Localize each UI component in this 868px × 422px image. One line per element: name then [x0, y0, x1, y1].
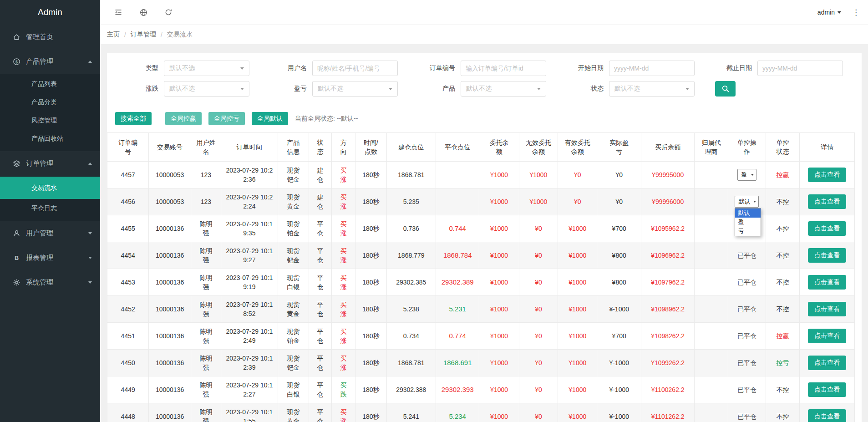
- control-select[interactable]: 盈: [737, 169, 756, 181]
- filter-label-end-date: 截止日期: [700, 64, 757, 72]
- detail-cell: 点击查看: [800, 376, 855, 403]
- sidebar-item-report[interactable]: B报表管理: [0, 245, 100, 270]
- sidebar-item-system[interactable]: 系统管理: [0, 270, 100, 295]
- menu-fold-icon[interactable]: [114, 8, 123, 17]
- detail-button[interactable]: 点击查看: [808, 275, 846, 290]
- open-point-cell: 29302.388: [386, 376, 436, 403]
- global-win-button[interactable]: 全局控赢: [165, 112, 202, 125]
- status-cell: 平仓: [309, 323, 331, 350]
- chevron-down-icon: [240, 88, 244, 90]
- control-status-cell: 控赢: [766, 162, 800, 188]
- agent-cell: [695, 269, 728, 296]
- detail-cell: 点击查看: [800, 215, 855, 242]
- filter-input-username[interactable]: [312, 61, 398, 76]
- refresh-icon[interactable]: [164, 8, 173, 16]
- layers-icon: [12, 159, 20, 168]
- select-option[interactable]: 默认: [735, 208, 761, 218]
- filter-field-type: 类型默认不选: [107, 61, 255, 76]
- detail-button[interactable]: 点击查看: [808, 382, 846, 397]
- sidebar-item-risk-control[interactable]: 风控管理: [0, 111, 100, 129]
- profit-cell: ¥-1000: [597, 403, 641, 422]
- filter-select-type[interactable]: 默认不选: [164, 61, 249, 76]
- more-menu-icon[interactable]: ⋮: [850, 8, 862, 17]
- filter-field-start-date: 开始日期: [552, 61, 700, 76]
- filter-input-end-date[interactable]: [757, 61, 843, 76]
- chevron-down-icon: [838, 11, 841, 14]
- after-balance-cell: ¥1098262.2: [641, 323, 695, 350]
- filter-select-status[interactable]: 默认不选: [609, 81, 695, 97]
- sidebar-item-order[interactable]: 订单管理: [0, 151, 100, 176]
- column-header-agent: 归属代 理商: [695, 133, 728, 162]
- status-cell: 平仓: [309, 403, 331, 422]
- detail-button[interactable]: 点击查看: [808, 409, 846, 422]
- valid-entrust-cell: ¥0: [558, 162, 597, 188]
- select-option[interactable]: 盈: [735, 218, 761, 227]
- language-globe-icon[interactable]: [139, 8, 148, 17]
- chevron-down-icon: [753, 201, 756, 203]
- detail-button[interactable]: 点击查看: [808, 302, 846, 316]
- global-lose-button[interactable]: 全局控亏: [208, 112, 245, 125]
- filter-form: 类型默认不选用户名订单编号开始日期截止日期涨跌默认不选盈亏默认不选产品默认不选状…: [107, 61, 862, 97]
- report-icon: B: [12, 254, 20, 262]
- table-row: 4457100000531232023-07-29 10:22:36现货钯金建仓…: [107, 162, 855, 188]
- detail-cell: 点击查看: [800, 296, 855, 323]
- chevron-down-icon: [88, 232, 92, 234]
- sidebar-item-trade-flow[interactable]: 交易流水: [0, 177, 100, 199]
- filter-select-profit-loss[interactable]: 默认不选: [312, 81, 398, 97]
- open-point-cell: 5.235: [386, 188, 436, 215]
- filter-label-type: 类型: [107, 64, 164, 72]
- sidebar-item-product-list[interactable]: 产品列表: [0, 75, 100, 93]
- filter-field-order-no: 订单编号: [404, 61, 552, 76]
- column-header-after-balance: 买后余额: [641, 133, 695, 162]
- detail-button[interactable]: 点击查看: [808, 356, 846, 370]
- filter-input-order-no[interactable]: [461, 61, 546, 76]
- breadcrumb-order-management[interactable]: 订单管理: [131, 31, 156, 39]
- detail-button[interactable]: 点击查看: [808, 248, 846, 263]
- filter-field-product: 产品默认不选: [404, 81, 552, 97]
- detail-button[interactable]: 点击查看: [808, 329, 846, 343]
- closed-position-text: 已平仓: [737, 305, 756, 313]
- sidebar-item-product-category[interactable]: 产品分类: [0, 93, 100, 111]
- filter-input-start-date[interactable]: [609, 61, 695, 76]
- sidebar-item-product-recycle[interactable]: 产品回收站: [0, 129, 100, 147]
- open-point-cell: 5.238: [386, 296, 436, 323]
- valid-entrust-cell: ¥1000: [558, 269, 597, 296]
- closed-position-text: 已平仓: [737, 252, 756, 259]
- sidebar-item-home[interactable]: 管理首页: [0, 25, 100, 49]
- detail-button[interactable]: 点击查看: [808, 221, 846, 236]
- status-cell: 平仓: [309, 376, 331, 403]
- filter-select-updown[interactable]: 默认不选: [164, 81, 249, 97]
- username-cell: 陈明强: [191, 323, 221, 350]
- direction-cell: 买涨: [332, 215, 355, 242]
- control-select[interactable]: 默认: [735, 196, 759, 208]
- column-header-order-time: 订单时间: [221, 133, 278, 162]
- after-balance-cell: ¥1095962.2: [641, 215, 695, 242]
- column-header-control-op: 单控操 作: [728, 133, 766, 162]
- close-point-cell: [436, 162, 479, 188]
- status-cell: 平仓: [309, 242, 331, 269]
- chevron-down-icon: [88, 257, 92, 259]
- duration-cell: 180秒: [355, 350, 386, 376]
- detail-button[interactable]: 点击查看: [808, 194, 846, 209]
- after-balance-cell: ¥99996000: [641, 188, 695, 215]
- filter-select-product[interactable]: 默认不选: [461, 81, 546, 97]
- table-row: 445010000136陈明强2023-07-29 10:12:39现货钯金平仓…: [107, 350, 855, 376]
- search-button[interactable]: [715, 81, 736, 97]
- username-cell: 陈明强: [191, 269, 221, 296]
- global-default-button[interactable]: 全局默认: [252, 112, 288, 125]
- profit-cell: ¥-1000: [597, 376, 641, 403]
- search-all-button[interactable]: 搜索全部: [115, 112, 152, 125]
- select-option[interactable]: 亏: [735, 227, 761, 236]
- user-name: admin: [817, 9, 835, 16]
- detail-button[interactable]: 点击查看: [808, 168, 846, 182]
- filter-label-start-date: 开始日期: [552, 64, 609, 72]
- sidebar-item-close-log[interactable]: 平仓日志: [0, 199, 100, 217]
- invalid-entrust-cell: ¥0: [519, 350, 558, 376]
- sidebar-item-user[interactable]: 用户管理: [0, 221, 100, 245]
- sidebar-item-product[interactable]: $产品管理: [0, 49, 100, 74]
- content-card: 类型默认不选用户名订单编号开始日期截止日期涨跌默认不选盈亏默认不选产品默认不选状…: [107, 53, 862, 422]
- direction-cell: 买涨: [332, 403, 355, 422]
- direction-cell: 买涨: [332, 323, 355, 350]
- user-menu[interactable]: admin: [817, 9, 841, 16]
- breadcrumb-home[interactable]: 主页: [107, 31, 120, 39]
